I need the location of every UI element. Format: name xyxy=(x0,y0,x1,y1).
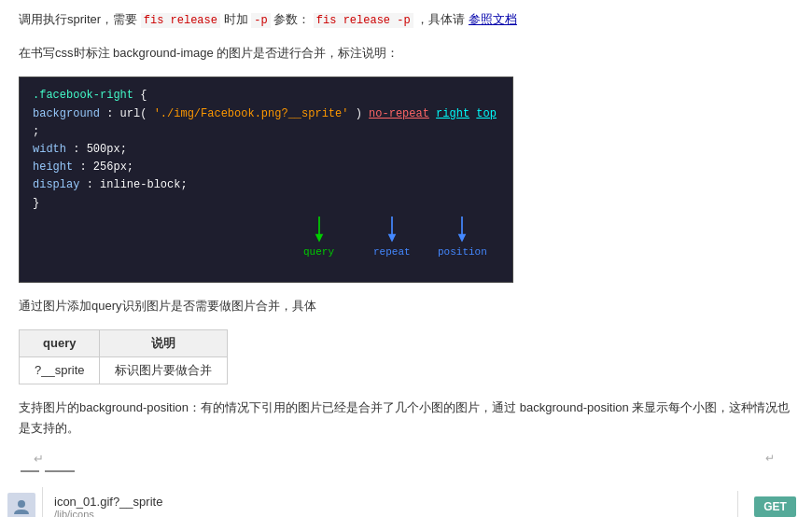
table-header-query: query xyxy=(20,329,100,356)
annotation-repeat: repeat xyxy=(373,217,411,261)
annotation-repeat-label: repeat xyxy=(373,245,411,261)
code-display-val: inline-block; xyxy=(100,178,188,191)
file-row-0[interactable]: icon_01.gif?__sprite /lib/icons GET xyxy=(0,487,812,517)
code-p-flag: -p xyxy=(251,13,270,28)
file-method-cell-0: GET xyxy=(737,491,812,517)
para-2: 在书写css时标注 background-image 的图片是否进行合并，标注说… xyxy=(19,43,793,63)
text-mid2: 参数： xyxy=(273,12,310,26)
code-height-val: 256px; xyxy=(93,161,133,174)
annotation-position: position xyxy=(438,217,487,261)
code-right: right xyxy=(436,107,469,120)
file-icon-person xyxy=(7,493,35,517)
para-4: 支持图片的background-position：有的情况下引用的图片已经是合并… xyxy=(19,398,793,439)
file-icon-cell-0 xyxy=(0,487,43,517)
query-table: query 说明 ?__sprite 标识图片要做合并 xyxy=(19,329,228,384)
collapse-indicator xyxy=(21,470,793,472)
file-info-cell-0: icon_01.gif?__sprite /lib/icons xyxy=(43,489,737,517)
svg-point-6 xyxy=(18,500,25,508)
text-prefix: 调用执行spriter，需要 xyxy=(19,12,141,26)
code-property-height: height xyxy=(33,161,73,174)
code-property-width: width xyxy=(33,143,66,156)
annotation-query-label: query xyxy=(303,245,334,261)
indicator-bar-1 xyxy=(21,470,39,472)
annotation-query: query xyxy=(303,217,334,261)
para-3: 通过图片添加query识别图片是否需要做图片合并，具体 xyxy=(19,296,793,316)
doc-link[interactable]: 参照文档 xyxy=(469,12,517,26)
svg-marker-1 xyxy=(315,234,323,243)
para-1: 调用执行spriter，需要 fis release 时加 -p 参数： fis… xyxy=(19,9,793,30)
indicator-bar-2 xyxy=(45,470,75,472)
code-selector: .facebook-right xyxy=(33,89,133,102)
table-row: ?__sprite 标识图片要做合并 xyxy=(20,356,228,384)
page-content: 调用执行spriter，需要 fis release 时加 -p 参数： fis… xyxy=(0,0,812,487)
annotation-area: query repeat position xyxy=(33,217,499,272)
annotation-position-label: position xyxy=(438,245,487,261)
code-top: top xyxy=(476,107,497,120)
method-badge-0: GET xyxy=(754,496,796,517)
file-name-0: icon_01.gif?__sprite xyxy=(54,495,726,509)
svg-marker-5 xyxy=(458,234,467,243)
table-header-desc: 说明 xyxy=(100,329,228,356)
code-fis-release: fis release xyxy=(141,13,220,28)
table-cell-desc: 标识图片要做合并 xyxy=(100,356,228,384)
file-list: icon_01.gif?__sprite /lib/icons GET icon… xyxy=(0,487,812,517)
text-suffix: ，具体请 xyxy=(416,12,465,26)
table-cell-query: ?__sprite xyxy=(20,356,100,384)
svg-marker-3 xyxy=(388,234,397,243)
code-string-url: './img/Facebook.png?__sprite' xyxy=(154,107,349,120)
code-property-bg: background xyxy=(33,107,100,120)
code-no-repeat: no-repeat xyxy=(369,107,429,120)
return-arrow: ↵ xyxy=(34,452,44,466)
right-return-arrow: ↵ xyxy=(765,452,775,465)
code-block: .facebook-right { background : url( './i… xyxy=(19,77,513,282)
code-width-val: 500px; xyxy=(87,143,127,156)
file-path-0: /lib/icons xyxy=(54,509,726,517)
text-mid: 时加 xyxy=(224,12,252,26)
code-fis-release-p: fis release -p xyxy=(314,13,413,28)
return-hint-area: ↵ ↵ xyxy=(19,452,793,470)
code-property-display: display xyxy=(33,178,79,191)
